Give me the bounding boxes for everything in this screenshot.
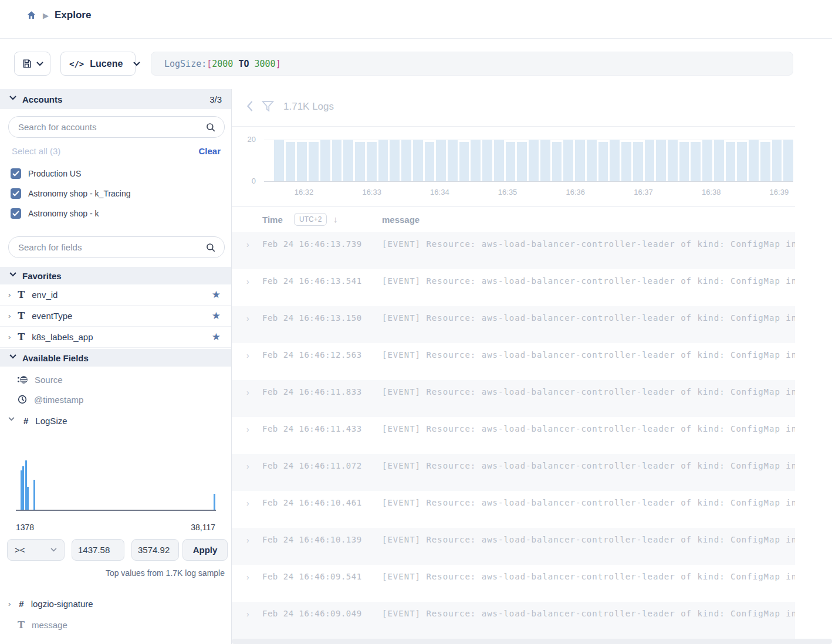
checkbox-checked-icon[interactable] [11,208,21,219]
expand-chevron-icon[interactable]: › [8,599,11,608]
field-logzio-signature[interactable]: › # logzio-signature [0,594,231,614]
log-row[interactable]: ›Feb 24 16:46:11.433[EVENT] Resource: aw… [232,417,795,454]
save-query-button[interactable] [14,52,50,76]
syntax-selector-button[interactable]: </> Lucene [60,52,136,76]
checkbox-checked-icon[interactable] [11,168,21,179]
log-row[interactable]: ›Feb 24 16:46:13.739[EVENT] Resource: aw… [232,232,795,269]
expand-chevron-icon[interactable]: › [246,314,249,323]
histogram-bar[interactable] [656,140,666,181]
sort-descending-icon[interactable]: ↓ [333,214,338,224]
histogram-bar[interactable] [425,142,435,181]
table-horizontal-scrollbar[interactable] [232,639,832,644]
log-row[interactable]: ›Feb 24 16:46:09.049[EVENT] Resource: aw… [232,602,795,639]
histogram-bar[interactable] [726,142,736,181]
histogram-bar[interactable] [749,140,759,181]
expand-chevron-icon[interactable]: › [246,425,249,434]
expand-chevron-icon[interactable]: › [246,462,249,471]
clear-link[interactable]: Clear [198,146,221,156]
expand-chevron-icon[interactable]: › [246,609,249,619]
histogram-bar[interactable] [390,140,400,181]
favorite-field-eventtype[interactable]: › T eventType ★ [0,306,231,327]
histogram-bar[interactable] [598,142,608,181]
fields-search[interactable] [8,236,225,258]
histogram-bar[interactable] [540,140,550,181]
accounts-search-input[interactable] [18,122,205,132]
log-row[interactable]: ›Feb 24 16:46:11.833[EVENT] Resource: aw… [232,380,795,417]
favorites-section-header[interactable]: Favorites [0,267,231,284]
range-from-input[interactable]: 1437.58 [72,539,124,561]
histogram-bar[interactable] [702,140,712,181]
histogram-bar[interactable] [760,142,770,181]
log-row[interactable]: ›Feb 24 16:46:10.461[EVENT] Resource: aw… [232,491,795,528]
histogram-bar[interactable] [494,140,504,181]
expand-chevron-icon[interactable]: › [8,311,11,320]
available-fields-section-header[interactable]: Available Fields [0,349,231,367]
expand-chevron-icon[interactable]: › [8,333,11,341]
histogram-bar[interactable] [563,140,573,181]
histogram-bar[interactable] [332,140,342,181]
histogram-bar[interactable] [575,140,585,181]
histogram-bar[interactable] [587,140,597,181]
range-to-input[interactable]: 3574.92 [131,539,179,561]
favorite-field-env-id[interactable]: › T env_id ★ [0,284,231,306]
message-column-header[interactable]: message [382,215,420,225]
collapse-sidebar-icon[interactable] [246,100,253,112]
histogram-bar[interactable] [679,142,689,181]
histogram-bar[interactable] [309,142,319,181]
histogram-bar[interactable] [482,140,492,181]
histogram-bar[interactable] [668,140,678,181]
checkbox-checked-icon[interactable] [11,188,21,199]
fields-search-input[interactable] [18,242,205,252]
query-input[interactable]: LogSize:[2000 TO 3000] [151,52,793,76]
apply-button[interactable]: Apply [182,539,228,561]
account-item[interactable]: Production US [11,165,81,182]
expand-chevron-icon[interactable]: › [246,351,249,360]
histogram-bar[interactable] [691,142,701,181]
histogram-bar[interactable] [355,142,365,181]
expand-chevron-icon[interactable]: › [246,535,249,545]
home-icon[interactable] [26,10,37,21]
expand-chevron-icon[interactable]: › [246,499,249,508]
account-item[interactable]: Astronomy shop - k_Tracing [11,185,131,202]
histogram-bar[interactable] [343,140,353,181]
histogram-bar[interactable] [783,140,793,181]
expand-chevron-icon[interactable]: › [246,277,249,286]
log-row[interactable]: ›Feb 24 16:46:13.541[EVENT] Resource: aw… [232,269,795,306]
histogram-bar[interactable] [459,142,469,181]
histogram-bar[interactable] [367,142,377,181]
field-message[interactable]: T message [0,615,231,635]
logs-time-histogram[interactable] [274,140,793,181]
timezone-badge[interactable]: UTC+2 [294,213,327,226]
filter-funnel-icon[interactable] [262,100,274,112]
expand-chevron-icon[interactable]: › [8,290,11,299]
histogram-bar[interactable] [413,140,423,181]
histogram-bar[interactable] [506,142,516,181]
histogram-bar[interactable] [772,140,782,181]
field-source[interactable]: Source [0,370,231,389]
expand-chevron-icon[interactable]: › [246,240,249,249]
field-timestamp[interactable]: @timestamp [0,389,231,409]
favorite-star-icon[interactable]: ★ [212,331,221,343]
log-row[interactable]: ›Feb 24 16:46:12.563[EVENT] Resource: aw… [232,343,795,380]
histogram-bar[interactable] [274,140,284,181]
histogram-bar[interactable] [286,142,296,181]
histogram-bar[interactable] [378,140,388,181]
histogram-bar[interactable] [529,140,539,181]
histogram-bar[interactable] [297,142,307,181]
histogram-bar[interactable] [610,140,620,181]
histogram-bar[interactable] [436,140,446,181]
histogram-bar[interactable] [633,142,643,181]
histogram-bar[interactable] [552,142,562,181]
time-column-header[interactable]: Time [262,215,283,225]
histogram-bar[interactable] [448,140,458,181]
expand-chevron-icon[interactable]: › [246,388,249,397]
expand-chevron-icon[interactable]: › [246,572,249,582]
histogram-bar[interactable] [401,140,411,181]
histogram-bar[interactable] [645,140,655,181]
favorite-field-k8s-labels-app[interactable]: › T k8s_labels_app ★ [0,327,231,348]
log-row[interactable]: ›Feb 24 16:46:11.072[EVENT] Resource: aw… [232,454,795,491]
accounts-search[interactable] [8,116,225,138]
histogram-bar[interactable] [621,142,631,181]
histogram-bar[interactable] [714,140,724,181]
log-row[interactable]: ›Feb 24 16:46:10.139[EVENT] Resource: aw… [232,528,795,565]
